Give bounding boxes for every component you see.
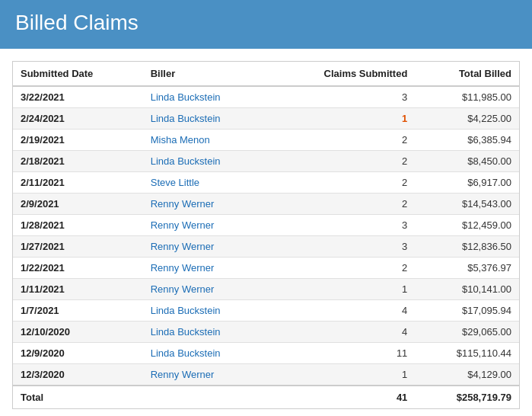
table-row: 1/28/2021Renny Werner3$12,459.00 (13, 215, 519, 236)
cell-claims-submitted: 1 (269, 279, 415, 300)
table-row: 12/3/2020Renny Werner1$4,129.00 (13, 364, 519, 386)
cell-biller[interactable]: Linda Buckstein (143, 300, 269, 322)
cell-biller[interactable]: Linda Buckstein (143, 151, 269, 172)
table-footer: Total 41 $258,719.79 (13, 386, 519, 408)
cell-total-billed: $29,065.00 (415, 322, 519, 343)
cell-submitted-date: 1/11/2021 (13, 279, 143, 300)
table-row: 1/22/2021Renny Werner2$5,376.97 (13, 258, 519, 279)
cell-submitted-date: 1/28/2021 (13, 215, 143, 236)
header-row: Submitted Date Biller Claims Submitted T… (13, 62, 519, 86)
col-biller: Biller (143, 62, 269, 86)
cell-claims-submitted: 2 (269, 172, 415, 194)
col-total-billed: Total Billed (415, 62, 519, 86)
cell-claims-submitted: 2 (269, 130, 415, 151)
cell-total-billed: $14,543.00 (415, 194, 519, 215)
cell-claims-submitted: 11 (269, 343, 415, 364)
cell-total-billed: $4,225.00 (415, 108, 519, 130)
cell-submitted-date: 2/19/2021 (13, 130, 143, 151)
col-claims-submitted: Claims Submitted (269, 62, 415, 86)
cell-total-billed: $12,836.50 (415, 236, 519, 258)
cell-claims-submitted: 2 (269, 151, 415, 172)
cell-total-billed: $6,385.94 (415, 130, 519, 151)
footer-biller-empty (143, 386, 269, 408)
table-row: 2/18/2021Linda Buckstein2$8,450.00 (13, 151, 519, 172)
cell-total-billed: $6,917.00 (415, 172, 519, 194)
table-header: Submitted Date Biller Claims Submitted T… (13, 62, 519, 86)
cell-claims-submitted: 2 (269, 258, 415, 279)
cell-biller[interactable]: Renny Werner (143, 215, 269, 236)
table-body: 3/22/2021Linda Buckstein3$11,985.002/24/… (13, 86, 519, 386)
table-row: 1/27/2021Renny Werner3$12,836.50 (13, 236, 519, 258)
cell-biller[interactable]: Steve Little (143, 172, 269, 194)
cell-total-billed: $17,095.94 (415, 300, 519, 322)
cell-claims-submitted: 4 (269, 300, 415, 322)
cell-total-billed: $10,141.00 (415, 279, 519, 300)
cell-claims-submitted: 1 (269, 364, 415, 386)
cell-biller[interactable]: Linda Buckstein (143, 86, 269, 108)
cell-submitted-date: 2/24/2021 (13, 108, 143, 130)
table-row: 12/9/2020Linda Buckstein11$115,110.44 (13, 343, 519, 364)
cell-claims-submitted: 1 (269, 108, 415, 130)
page-title: Billed Claims (15, 11, 517, 35)
cell-claims-submitted: 3 (269, 86, 415, 108)
table-row: 1/11/2021Renny Werner1$10,141.00 (13, 279, 519, 300)
cell-total-billed: $11,985.00 (415, 86, 519, 108)
claims-table: Submitted Date Biller Claims Submitted T… (13, 62, 519, 408)
table-row: 12/10/2020Linda Buckstein4$29,065.00 (13, 322, 519, 343)
page-header: Billed Claims (0, 0, 532, 49)
cell-claims-submitted: 2 (269, 194, 415, 215)
cell-biller[interactable]: Renny Werner (143, 194, 269, 215)
cell-total-billed: $12,459.00 (415, 215, 519, 236)
cell-submitted-date: 2/11/2021 (13, 172, 143, 194)
cell-claims-submitted: 3 (269, 236, 415, 258)
cell-biller[interactable]: Renny Werner (143, 364, 269, 386)
cell-biller[interactable]: Renny Werner (143, 258, 269, 279)
cell-total-billed: $115,110.44 (415, 343, 519, 364)
footer-total-billed: $258,719.79 (415, 386, 519, 408)
cell-submitted-date: 2/9/2021 (13, 194, 143, 215)
cell-biller[interactable]: Renny Werner (143, 279, 269, 300)
cell-claims-submitted: 4 (269, 322, 415, 343)
cell-submitted-date: 1/22/2021 (13, 258, 143, 279)
cell-total-billed: $8,450.00 (415, 151, 519, 172)
table-row: 3/22/2021Linda Buckstein3$11,985.00 (13, 86, 519, 108)
cell-total-billed: $4,129.00 (415, 364, 519, 386)
col-submitted-date: Submitted Date (13, 62, 143, 86)
footer-claims-submitted: 41 (269, 386, 415, 408)
table-row: 1/7/2021Linda Buckstein4$17,095.94 (13, 300, 519, 322)
cell-submitted-date: 1/27/2021 (13, 236, 143, 258)
cell-submitted-date: 2/18/2021 (13, 151, 143, 172)
table-row: 2/9/2021Renny Werner2$14,543.00 (13, 194, 519, 215)
cell-biller[interactable]: Renny Werner (143, 236, 269, 258)
claims-table-container: Submitted Date Biller Claims Submitted T… (12, 61, 520, 409)
table-row: 2/24/2021Linda Buckstein1$4,225.00 (13, 108, 519, 130)
cell-biller[interactable]: Linda Buckstein (143, 343, 269, 364)
cell-biller[interactable]: Linda Buckstein (143, 108, 269, 130)
footer-row: Total 41 $258,719.79 (13, 386, 519, 408)
cell-claims-submitted: 3 (269, 215, 415, 236)
cell-biller[interactable]: Misha Menon (143, 130, 269, 151)
table-row: 2/19/2021Misha Menon2$6,385.94 (13, 130, 519, 151)
cell-biller[interactable]: Linda Buckstein (143, 322, 269, 343)
cell-submitted-date: 3/22/2021 (13, 86, 143, 108)
table-row: 2/11/2021Steve Little2$6,917.00 (13, 172, 519, 194)
cell-submitted-date: 12/9/2020 (13, 343, 143, 364)
cell-submitted-date: 12/3/2020 (13, 364, 143, 386)
cell-submitted-date: 12/10/2020 (13, 322, 143, 343)
footer-label: Total (13, 386, 143, 408)
cell-total-billed: $5,376.97 (415, 258, 519, 279)
cell-submitted-date: 1/7/2021 (13, 300, 143, 322)
